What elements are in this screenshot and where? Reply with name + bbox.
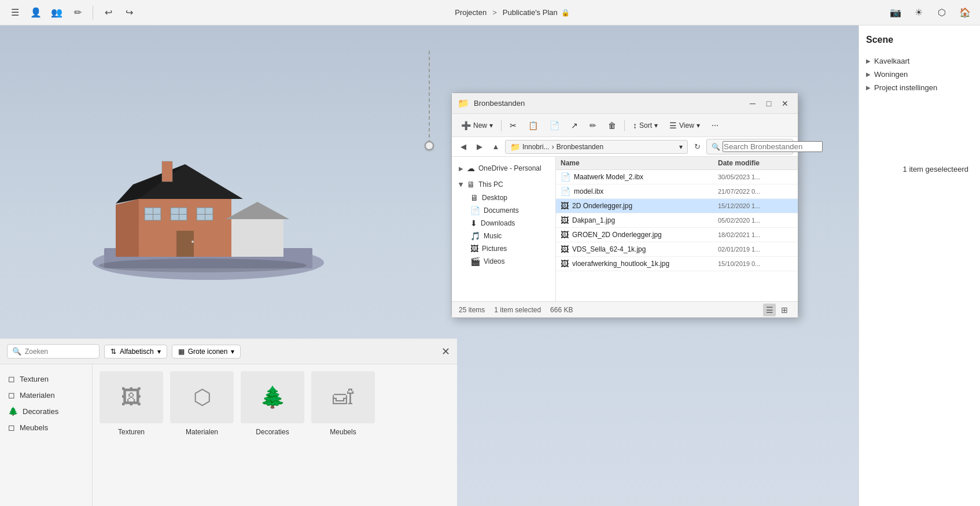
fe-maximize-button[interactable]: □: [762, 97, 776, 110]
camera-icon[interactable]: 📷: [887, 5, 904, 21]
fe-new-button[interactable]: ➕ New ▾: [456, 119, 498, 132]
file-icon-0: 📄: [561, 172, 570, 182]
fe-refresh-button[interactable]: ↻: [690, 140, 704, 154]
home-icon[interactable]: 🏠: [957, 5, 973, 21]
fe-music-label: Music: [484, 232, 502, 240]
house-3d-view: [87, 95, 318, 280]
fe-paste-button[interactable]: 📄: [545, 119, 564, 132]
users-icon[interactable]: 👥: [49, 5, 65, 21]
view-chevron-icon: ▾: [231, 348, 234, 356]
fe-more-button[interactable]: ⋯: [707, 119, 723, 132]
grid-thumb-texturen: 🖼: [100, 371, 163, 423]
grid-item-decoraties[interactable]: 🌲 Decoraties: [241, 371, 304, 436]
fe-delete-icon: 🗑: [608, 121, 616, 130]
sidebar-item-materialen[interactable]: ◻ Materialen: [5, 387, 87, 402]
sidebar-item-meubels[interactable]: ◻ Meubels: [5, 420, 87, 435]
file-row-0[interactable]: 📄 Maatwerk Model_2.ibx 30/05/2023 1...: [556, 170, 798, 184]
texturen-icon: ◻: [8, 374, 15, 383]
fe-path-folder-icon: 📁: [510, 142, 520, 152]
fe-tree-pictures[interactable]: 🖼 Pictures: [466, 242, 553, 255]
grid-thumb-meubels: 🛋: [311, 371, 375, 423]
fe-tree-videos[interactable]: 🎬 Videos: [466, 255, 553, 268]
fe-forward-button[interactable]: ▶: [473, 140, 487, 154]
grid-label-texturen: Texturen: [118, 428, 145, 436]
file-row-2[interactable]: 🖼 2D Onderlegger.jpg 15/12/2020 1...: [556, 199, 798, 213]
layers-icon[interactable]: ⬡: [934, 5, 950, 21]
fe-copy-button[interactable]: 📋: [524, 119, 543, 132]
fe-tree-desktop[interactable]: 🖥 Desktop: [466, 191, 553, 204]
user-icon[interactable]: 👤: [28, 5, 44, 21]
file-row-5[interactable]: 🖼 VDS_Sella_62-4_1k.jpg 02/01/2019 1...: [556, 242, 798, 257]
fe-minimize-button[interactable]: ─: [746, 97, 760, 110]
file-row-6[interactable]: 🖼 vloerafwerking_houtlook_1k.jpg 15/10/2…: [556, 257, 798, 271]
fe-more-icon: ⋯: [712, 121, 719, 130]
sidebar-item-texturen[interactable]: ◻ Texturen: [5, 371, 87, 386]
fe-tree-music[interactable]: 🎵 Music: [466, 230, 553, 242]
file-name-5: VDS_Sella_62-4_1k.jpg: [572, 245, 718, 253]
chevron-project-instellingen: ▶: [866, 84, 871, 91]
file-row-4[interactable]: 🖼 GROEN_2D Onderlegger.jpg 18/02/2021 1.…: [556, 228, 798, 242]
fe-rename-icon: ✏: [590, 121, 596, 130]
svg-rect-17: [176, 231, 194, 257]
grid-item-meubels[interactable]: 🛋 Meubels: [311, 371, 375, 436]
sun-icon[interactable]: ☀: [911, 5, 927, 21]
fe-thispc-label: This PC: [478, 180, 503, 189]
edit-icon[interactable]: ✏: [69, 5, 86, 21]
fe-thispc-icon: 🖥: [467, 180, 475, 189]
fe-search-box[interactable]: 🔍: [706, 139, 793, 154]
fe-paste-icon: 📄: [550, 121, 559, 130]
bottom-sort-select[interactable]: ⇅ Alfabetisch ▾: [104, 345, 167, 359]
fe-pictures-label: Pictures: [482, 245, 507, 253]
fe-up-button[interactable]: ▲: [489, 140, 503, 154]
fe-col-name: Name: [561, 159, 718, 167]
fe-tree-thispc[interactable]: ▶ 🖥 This PC: [454, 178, 553, 191]
fe-sep-2: [624, 120, 625, 131]
fe-back-button[interactable]: ◀: [456, 140, 470, 154]
fe-listview-button[interactable]: ☰: [763, 304, 776, 316]
scene-item-woningen[interactable]: ▶ Woningen: [866, 68, 973, 81]
fe-share-button[interactable]: ↗: [566, 119, 583, 132]
fe-cut-icon: ✂: [510, 121, 517, 130]
grid-thumb-materialen: ⬡: [170, 371, 234, 423]
fe-filelist: Name Date modifie 📄 Maatwerk Model_2.ibx…: [556, 157, 798, 301]
fe-delete-button[interactable]: 🗑: [603, 119, 621, 132]
fe-tree-downloads[interactable]: ⬇ Downloads: [466, 217, 553, 230]
fe-item-count: 25 items: [459, 306, 485, 314]
fe-view-label: View: [679, 121, 694, 130]
chevron-kavelkaart: ▶: [866, 58, 871, 64]
fe-tree-children: 🖥 Desktop 📄 Documents ⬇ Downloads 🎵 Musi…: [454, 191, 553, 268]
fe-view-button[interactable]: ☰ View ▾: [665, 119, 705, 132]
fe-path-dropdown-icon: ▾: [679, 143, 683, 151]
scene-item-kavelkaart[interactable]: ▶ Kavelkaart: [866, 54, 973, 68]
bottom-search-box[interactable]: 🔍: [7, 344, 100, 359]
grid-item-texturen[interactable]: 🖼 Texturen: [100, 371, 163, 436]
scene-item-project-instellingen[interactable]: ▶ Project instellingen: [866, 81, 973, 94]
fe-sort-button[interactable]: ↕ Sort ▾: [628, 119, 662, 132]
fe-sort-icon: ↕: [633, 121, 637, 130]
fe-gridview-button[interactable]: ⊞: [778, 304, 791, 316]
fe-onedrive-arrow: ▶: [459, 165, 463, 172]
menu-icon[interactable]: ☰: [7, 5, 23, 21]
file-name-0: Maatwerk Model_2.ibx: [574, 173, 718, 181]
sidebar-item-decoraties[interactable]: 🌲 Decoraties: [5, 404, 87, 419]
fe-path-part2: Bronbestanden: [557, 143, 603, 151]
top-bar-right: 📷 ☀ ⬡ 🏠: [887, 5, 973, 21]
fe-tree-documents[interactable]: 📄 Documents: [466, 204, 553, 217]
file-name-1: model.ibx: [574, 187, 718, 195]
fe-search-input[interactable]: [723, 141, 823, 152]
fe-cut-button[interactable]: ✂: [505, 119, 521, 132]
lock-icon: 🔒: [561, 9, 570, 17]
breadcrumb-projecten[interactable]: Projecten: [455, 8, 487, 17]
bottom-close-button[interactable]: ✕: [441, 345, 450, 358]
fe-rename-button[interactable]: ✏: [585, 119, 601, 132]
undo-icon[interactable]: ↩: [100, 5, 116, 21]
fe-close-button[interactable]: ✕: [778, 97, 792, 110]
bottom-view-select[interactable]: ▦ Grote iconen ▾: [172, 345, 241, 359]
fe-tree-onedrive[interactable]: ▶ ☁ OneDrive - Personal: [454, 161, 553, 175]
grid-item-materialen[interactable]: ⬡ Materialen: [170, 371, 234, 436]
bottom-search-input[interactable]: [25, 348, 94, 356]
file-row-1[interactable]: 📄 model.ibx 21/07/2022 0...: [556, 184, 798, 199]
fe-path-bar[interactable]: 📁 Innobri... › Bronbestanden ▾: [505, 140, 688, 154]
redo-icon[interactable]: ↪: [121, 5, 137, 21]
file-row-3[interactable]: 🖼 Dakpan_1.jpg 05/02/2020 1...: [556, 213, 798, 228]
